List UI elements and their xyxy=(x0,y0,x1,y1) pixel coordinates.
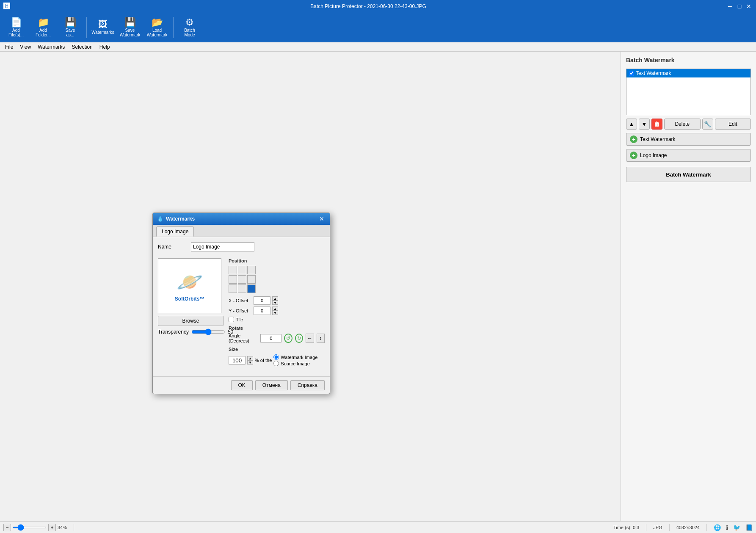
size-radio-source-input[interactable] xyxy=(273,361,279,366)
maximize-button[interactable]: □ xyxy=(736,3,743,10)
dimensions-label: 4032×3024 xyxy=(676,525,700,530)
angle-label: Angle (Degrees) xyxy=(229,333,258,343)
size-input[interactable] xyxy=(229,356,246,365)
y-offset-input[interactable] xyxy=(254,307,270,315)
delete-label-button[interactable]: Delete xyxy=(664,119,701,130)
y-offset-down[interactable]: ▼ xyxy=(272,311,278,315)
watermark-list: Text Watermark xyxy=(626,69,751,115)
pos-cell-3[interactable] xyxy=(229,275,237,284)
add-text-watermark-button[interactable]: + Text Watermark xyxy=(626,133,751,146)
pos-cell-7[interactable] xyxy=(238,284,246,293)
save-watermark-button[interactable]: 💾 Save Watermark xyxy=(117,15,143,40)
add-text-label: Text Watermark xyxy=(640,136,676,142)
name-input[interactable] xyxy=(191,242,254,251)
dialog-close-button[interactable]: ✕ xyxy=(318,215,326,223)
size-up[interactable]: ▲ xyxy=(247,356,253,360)
dialog-tabs: Logo Image xyxy=(153,225,330,237)
pos-cell-8[interactable] xyxy=(247,284,256,293)
watermarks-button[interactable]: 🖼 Watermarks xyxy=(90,15,116,40)
watermark-list-item[interactable]: Text Watermark xyxy=(626,69,750,77)
flip-v-button[interactable]: ↕ xyxy=(317,334,325,343)
batch-watermark-button[interactable]: Batch Watermark xyxy=(626,167,751,182)
watermarks-dialog: 💧 Watermarks ✕ Logo Image Name xyxy=(152,213,330,394)
edit-label-button[interactable]: Edit xyxy=(715,119,751,130)
minimize-button[interactable]: ─ xyxy=(726,3,734,10)
close-button[interactable]: ✕ xyxy=(745,3,753,10)
move-down-icon: ▼ xyxy=(641,121,647,127)
titlebar-title: Batch Picture Protector - 2021-06-30 22-… xyxy=(10,3,726,9)
menu-selection[interactable]: Selection xyxy=(68,43,96,51)
add-logo-button[interactable]: + Logo Image xyxy=(626,149,751,162)
rotate-section: Rotate Angle (Degrees) ↺ ↻ ↔ ↕ xyxy=(229,326,325,343)
size-radio-group: Watermark Image Source Image xyxy=(273,354,317,366)
position-section: Position xyxy=(229,258,325,322)
x-offset-down[interactable]: ▼ xyxy=(272,301,278,305)
ok-button[interactable]: OK xyxy=(231,380,253,390)
transparency-row: Transparency 50 xyxy=(158,329,223,335)
tile-checkbox[interactable] xyxy=(229,317,234,322)
browse-button[interactable]: Browse xyxy=(158,316,223,326)
zoom-out-button[interactable]: − xyxy=(3,524,11,531)
pos-cell-1[interactable] xyxy=(238,266,246,274)
angle-input[interactable] xyxy=(260,334,281,342)
move-up-icon: ▲ xyxy=(629,121,635,127)
position-title: Position xyxy=(229,258,325,263)
name-row: Name xyxy=(158,242,325,251)
flip-h-button[interactable]: ↔ xyxy=(306,334,314,343)
rotate-cw-button[interactable]: ↻ xyxy=(295,334,304,343)
pos-cell-5[interactable] xyxy=(247,275,256,284)
size-radio-source[interactable]: Source Image xyxy=(273,361,317,366)
x-offset-row: X - Offset ▲ ▼ xyxy=(229,296,325,305)
position-grid xyxy=(229,266,325,293)
zoom-slider[interactable] xyxy=(13,527,47,528)
globe-icon[interactable]: 🌐 xyxy=(714,524,721,531)
watermark-item-checkbox[interactable] xyxy=(629,71,634,76)
dialog-main: 🪐 SoftOrbits™ Browse Transparency 50 xyxy=(158,255,325,371)
x-offset-input[interactable] xyxy=(254,296,270,305)
add-files-button[interactable]: 📄 Add File(s)... xyxy=(3,15,29,40)
transparency-slider[interactable] xyxy=(191,329,225,335)
pos-cell-4[interactable] xyxy=(238,275,246,284)
menu-help[interactable]: Help xyxy=(96,43,113,51)
pos-cell-2[interactable] xyxy=(247,266,256,274)
size-radio-watermark-input[interactable] xyxy=(273,354,279,360)
size-down[interactable]: ▼ xyxy=(247,360,253,365)
menu-watermarks[interactable]: Watermarks xyxy=(34,43,68,51)
y-offset-up[interactable]: ▲ xyxy=(272,307,278,311)
dialog-footer: OK Отмена Справка xyxy=(153,376,330,394)
rotate-ccw-button[interactable]: ↺ xyxy=(284,334,292,343)
add-folder-button[interactable]: 📁 Add Folder... xyxy=(30,15,56,40)
menu-file[interactable]: File xyxy=(2,43,17,51)
pos-cell-0[interactable] xyxy=(229,266,237,274)
dialog-titlebar: 💧 Watermarks ✕ xyxy=(153,213,330,225)
batch-mode-icon: ⚙ xyxy=(185,18,194,27)
delete-icon: 🗑 xyxy=(654,121,660,127)
zoom-in-button[interactable]: + xyxy=(48,524,56,531)
help-button[interactable]: Справка xyxy=(290,380,325,390)
facebook-icon[interactable]: 📘 xyxy=(745,524,753,531)
main: September 2021 💧 Watermarks ✕ Logo Image xyxy=(0,52,756,521)
edit-icon-button[interactable]: 🔧 xyxy=(702,119,713,130)
titlebar-left: 🅱 xyxy=(3,3,10,10)
logo-planet-icon: 🪐 xyxy=(177,270,203,294)
move-up-button[interactable]: ▲ xyxy=(626,119,637,130)
cancel-button[interactable]: Отмена xyxy=(255,380,288,390)
x-offset-up[interactable]: ▲ xyxy=(272,296,278,301)
save-as-button[interactable]: 💾 Save as... xyxy=(58,15,83,40)
tile-label: Tile xyxy=(236,317,243,322)
dialog-tab-logo[interactable]: Logo Image xyxy=(156,226,194,237)
info-icon[interactable]: ℹ xyxy=(726,524,728,531)
status-sep2 xyxy=(646,524,646,531)
delete-button[interactable]: 🗑 xyxy=(651,119,662,130)
menu-view[interactable]: View xyxy=(17,43,34,51)
size-radio-watermark[interactable]: Watermark Image xyxy=(273,354,317,360)
load-watermark-button[interactable]: 📂 Load Watermark xyxy=(144,15,170,40)
batch-mode-button[interactable]: ⚙ Batch Mode xyxy=(177,15,202,40)
pos-cell-6[interactable] xyxy=(229,284,237,293)
statusbar: − + 34% Time (s): 0.3 JPG 4032×3024 🌐 ℹ … xyxy=(0,521,756,533)
transparency-label: Transparency xyxy=(158,329,189,335)
toolbar-sep2 xyxy=(173,17,174,38)
twitter-icon[interactable]: 🐦 xyxy=(733,524,740,531)
move-down-button[interactable]: ▼ xyxy=(639,119,650,130)
watermarks-label: Watermarks xyxy=(91,30,114,35)
